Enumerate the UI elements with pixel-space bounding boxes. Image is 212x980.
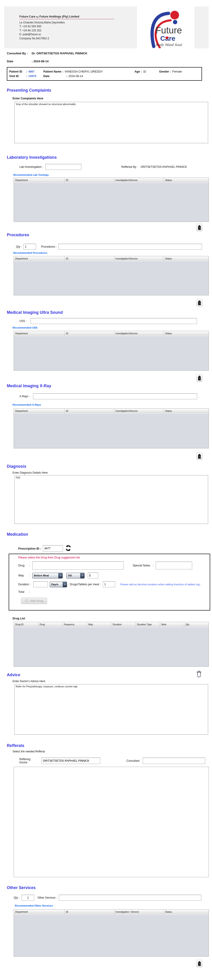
complaints-textarea[interactable]: Xray of the shoulder showed no structura… — [14, 102, 208, 143]
other-services-table-body[interactable] — [14, 915, 209, 956]
refresh-icon — [65, 545, 71, 551]
recommended-other-services-link: Recommended Other Services — [15, 904, 205, 907]
recommended-procedures-link: Recommended Procedures — [13, 251, 205, 254]
procedures-qty-input[interactable] — [24, 244, 36, 250]
per-meal-input[interactable] — [103, 581, 115, 587]
lab-investigation-input[interactable] — [45, 164, 81, 170]
delete-other-service-button[interactable] — [196, 960, 202, 967]
duration-input[interactable] — [33, 581, 48, 587]
company-phone-1: T: +24 82 593 593 — [19, 25, 117, 29]
uss-input[interactable] — [31, 318, 197, 324]
total-label: Total — [18, 590, 29, 593]
column-header-investigation: Investigation/Service — [114, 331, 164, 336]
gender-value: Female — [172, 70, 182, 73]
diagnosis-textarea[interactable]: ISQ — [14, 475, 208, 524]
delete-procedure-button[interactable] — [196, 299, 202, 307]
procedures-input-row: Qty : Procedures : — [16, 244, 205, 250]
company-name-main: Future Care — [19, 15, 35, 18]
future-care-logo: Future Care Body Mind Soul — [137, 6, 194, 48]
procedures-label: Procedures : — [41, 245, 56, 248]
xray-table-header: Department ID Investigation/Service Stat… — [14, 409, 209, 414]
section-title-presenting-complaints: Presenting Complaints — [7, 88, 205, 93]
prescription-id-row: Prescription ID : — [18, 545, 205, 552]
reffering-doctor-input[interactable] — [42, 757, 100, 764]
reffering-doctor-label: Reffering Doctor — [19, 757, 38, 764]
column-header-investigation: Investigation/Service — [114, 409, 164, 414]
column-header-status: Status — [164, 178, 209, 183]
company-name-by: by — [36, 16, 39, 18]
delete-uss-button[interactable] — [196, 374, 202, 382]
section-title-advice: Advice — [7, 673, 205, 677]
company-rule-divider — [19, 19, 114, 19]
column-header-department: Department — [14, 409, 64, 414]
svg-text:Body Mind Soul: Body Mind Soul — [156, 43, 182, 47]
frequency-select[interactable]: OD ▼ — [66, 573, 85, 578]
delete-lab-testing-button[interactable] — [196, 224, 202, 231]
column-header-way: Way — [87, 622, 111, 627]
drug-input[interactable] — [32, 562, 124, 570]
lab-testings-table: Department ID Investigation/Service Stat… — [14, 178, 209, 222]
reffered-by-value: ORITSETSETOS RAPHAEL PINNICK — [141, 165, 187, 169]
colon: : — [25, 75, 28, 78]
company-name: Future Care by Future Holdings (Pty) Lim… — [19, 15, 117, 18]
visit-id-value: 14970 — [28, 75, 36, 78]
special-notes-input[interactable] — [156, 562, 192, 570]
colon: : — [29, 564, 32, 567]
column-header-drug-id: Drug ID — [14, 622, 38, 627]
drug-label: Drug — [18, 564, 29, 567]
other-services-input[interactable] — [59, 895, 201, 900]
refresh-prescription-button[interactable] — [65, 545, 71, 552]
section-title-laboratory: Laboratory Investigations — [7, 155, 205, 160]
prescription-id-input[interactable] — [43, 545, 63, 552]
drug-table-body[interactable] — [14, 627, 209, 667]
delete-drug-button[interactable] — [196, 670, 202, 678]
way-row: Way : Before Meal ▼ OD ▼ — [18, 573, 210, 578]
xray-table: Department ID Investigation/Service Stat… — [14, 408, 209, 449]
section-title-procedures: Procedures — [7, 232, 205, 237]
way-qty-input[interactable] — [88, 573, 98, 578]
procedures-input[interactable] — [58, 244, 202, 250]
reffered-by-label: Reffered By : — [121, 165, 138, 169]
section-title-xray: Medical Imaging X-Ray — [7, 383, 205, 388]
consulted-by-value: Dr. ORITSETSETOS RAPHAEL PINNICK — [32, 52, 87, 55]
consulted-by-row: Consulted By : Dr. ORITSETSETOS RAPHAEL … — [7, 52, 212, 55]
recommended-lab-testings-link: Recommended Lab Testings — [13, 173, 205, 176]
consultant-input[interactable] — [143, 757, 205, 764]
referral-list-box[interactable] — [14, 767, 209, 877]
company-details: Future Care by Future Holdings (Pty) Lim… — [19, 15, 117, 40]
duration-unit-select[interactable]: Day/s ▼ — [50, 582, 67, 587]
duration-label: Duration : — [18, 583, 32, 586]
trash-outline-icon — [196, 671, 202, 677]
procedures-qty-label: Qty : — [16, 245, 22, 248]
frequency-select-value: OD — [67, 574, 80, 577]
procedures-table-body[interactable] — [14, 261, 209, 295]
medication-entry-box: Please select the Drug from Drug suggess… — [9, 554, 210, 611]
colon: : — [140, 70, 143, 73]
recommended-xrays-link: Recommended X-Rays — [13, 403, 205, 406]
way-select[interactable]: Before Meal ▼ — [32, 573, 63, 578]
consult-date-value: : 2024-08-14 — [32, 60, 48, 63]
column-header-id: ID — [64, 178, 114, 183]
xray-table-body[interactable] — [14, 414, 209, 448]
add-drug-button[interactable]: + Add Drug — [21, 598, 47, 604]
advice-textarea[interactable]: Refer for Phsyiotherapy, reassure, conti… — [14, 684, 208, 735]
column-header-investigation: Investigation/Service — [114, 178, 164, 183]
other-services-table: Department ID Investigation / Service St… — [14, 909, 209, 956]
xray-input[interactable] — [33, 393, 197, 399]
trash-icon — [198, 225, 201, 230]
chevron-down-icon: ▼ — [58, 573, 63, 578]
column-header-status: Status — [164, 910, 209, 915]
visit-date-value: 2024-08-14 — [68, 75, 83, 78]
company-header: Future Care by Future Holdings (Pty) Lim… — [4, 6, 209, 48]
other-services-qty-input[interactable] — [22, 895, 34, 900]
delete-xray-button[interactable] — [196, 452, 202, 460]
gender-label: Gender — [159, 70, 169, 73]
uss-table-body[interactable] — [14, 336, 209, 371]
xray-input-row: X-Rays : — [19, 393, 205, 399]
visit-date-label: Date — [43, 75, 65, 78]
drug-row: Drug : Special Notes : — [18, 562, 210, 570]
section-title-medication: Medication — [7, 532, 205, 537]
xray-label: X-Rays : — [19, 395, 30, 398]
lab-table-body[interactable] — [14, 183, 209, 222]
chevron-down-icon: ▼ — [63, 582, 67, 587]
